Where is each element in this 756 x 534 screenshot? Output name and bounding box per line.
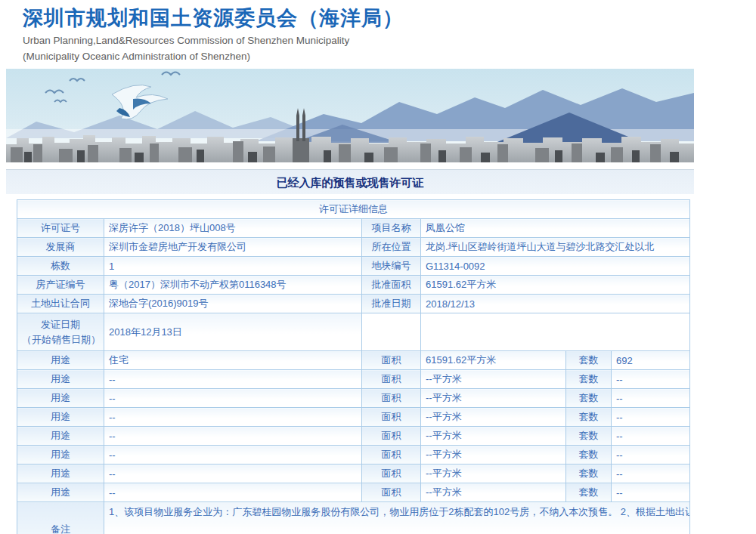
units-label: 套数 [566,427,612,446]
units-label: 套数 [566,483,612,502]
field-label-permit-no: 许可证号 [17,219,104,238]
usage-value: -- [104,370,362,389]
field-label-issue-date: 发证日期 （开始销售日期） [17,313,104,351]
field-value-approval-date: 2018/12/13 [421,295,690,313]
usage-value: -- [104,483,362,502]
field-value-property-cert-no: 粤（2017）深圳市不动产权第0116348号 [104,276,362,295]
usage-row: 用途 住宅 面积 61591.62平方米 套数 692 [17,351,690,370]
area-label: 面积 [362,408,421,427]
usage-row: 用途 -- 面积 --平方米 套数 -- [17,483,690,502]
area-label: 面积 [362,370,421,389]
usage-label: 用途 [17,446,104,465]
site-subtitle-en-1: Urban Planning,Land&Resources Commission… [23,32,694,48]
area-value: --平方米 [421,446,566,465]
area-value: --平方米 [421,427,566,446]
usage-value: -- [104,446,362,465]
field-value-building-count: 1 [104,257,362,276]
table-title: 许可证详细信息 [17,200,690,219]
field-label-building-count: 栋数 [17,257,104,276]
remark-row: 备注 1、该项目物业服务企业为：广东碧桂园物业服务股份有限公司，物业用房位于2栋… [17,502,690,534]
usage-label: 用途 [17,351,104,370]
area-value: --平方米 [421,370,566,389]
usage-label: 用途 [17,427,104,446]
units-label: 套数 [566,446,612,465]
table-row: 房产证编号 粤（2017）深圳市不动产权第0116348号 批准面积 61591… [17,276,690,295]
field-value-parcel-no: G11314-0092 [421,257,690,276]
units-label: 套数 [566,370,612,389]
field-label-approved-area: 批准面积 [362,276,421,295]
units-value: -- [612,446,690,465]
field-label-approval-date: 批准日期 [362,295,421,313]
usage-row: 用途 -- 面积 --平方米 套数 -- [17,446,690,465]
field-value-permit-no: 深房许字（2018）坪山008号 [104,219,362,238]
usage-label: 用途 [17,389,104,408]
usage-value: 住宅 [104,351,362,370]
empty-cell [421,313,690,351]
issue-date-label-line2: （开始销售日期） [22,332,99,347]
area-label: 面积 [362,465,421,483]
units-label: 套数 [566,465,612,483]
usage-value: -- [104,427,362,446]
units-label: 套数 [566,351,612,370]
usage-label: 用途 [17,370,104,389]
field-value-location: 龙岗.坪山区碧岭街道坪山大道与碧沙北路交汇处以北 [421,238,690,257]
site-subtitle-en-2: (Municipality Oceanic Administration of … [23,48,694,64]
field-value-project-name: 凤凰公馆 [421,219,690,238]
usage-row: 用途 -- 面积 --平方米 套数 -- [17,389,690,408]
table-row: 许可证号 深房许字（2018）坪山008号 项目名称 凤凰公馆 [17,219,690,238]
field-label-developer: 发展商 [17,238,104,257]
issue-date-label-line1: 发证日期 [22,317,99,332]
area-value: 61591.62平方米 [421,351,566,370]
city-skyline-banner-image [6,69,694,162]
permit-detail-table: 许可证详细信息 许可证号 深房许字（2018）坪山008号 项目名称 凤凰公馆 … [17,199,690,534]
field-value-land-contract: 深地合字(2016)9019号 [104,295,362,313]
units-label: 套数 [566,408,612,427]
area-value: --平方米 [421,483,566,502]
usage-label: 用途 [17,465,104,483]
field-label-project-name: 项目名称 [362,219,421,238]
usage-label: 用途 [17,483,104,502]
units-value: -- [612,427,690,446]
field-value-approved-area: 61591.62平方米 [421,276,690,295]
usage-row: 用途 -- 面积 --平方米 套数 -- [17,465,690,483]
area-label: 面积 [362,427,421,446]
usage-row: 用途 -- 面积 --平方米 套数 -- [17,370,690,389]
units-value: -- [612,465,690,483]
usage-value: -- [104,389,362,408]
site-title: 深圳市规划和国土资源委员会（海洋局） [23,6,694,30]
units-label: 套数 [566,389,612,408]
empty-cell [362,313,421,351]
area-label: 面积 [362,483,421,502]
units-value: -- [612,408,690,427]
units-value: 692 [612,351,690,370]
site-header: 深圳市规划和国土资源委员会（海洋局） Urban Planning,Land&R… [6,0,694,64]
usage-row: 用途 -- 面积 --平方米 套数 -- [17,427,690,446]
page: 深圳市规划和国土资源委员会（海洋局） Urban Planning,Land&R… [0,0,756,534]
field-label-location: 所在位置 [362,238,421,257]
field-label-land-contract: 土地出让合同 [17,295,104,313]
area-label: 面积 [362,446,421,465]
remark-label: 备注 [17,502,104,534]
table-row: 栋数 1 地块编号 G11314-0092 [17,257,690,276]
usage-value: -- [104,408,362,427]
area-label: 面积 [362,351,421,370]
section-band: 已经入库的预售或现售许可证 [6,169,694,194]
table-row: 发展商 深圳市金碧房地产开发有限公司 所在位置 龙岗.坪山区碧岭街道坪山大道与碧… [17,238,690,257]
field-label-parcel-no: 地块编号 [362,257,421,276]
table-title-row: 许可证详细信息 [17,200,690,219]
field-label-property-cert-no: 房产证编号 [17,276,104,295]
usage-row: 用途 -- 面积 --平方米 套数 -- [17,408,690,427]
area-label: 面积 [362,389,421,408]
usage-label: 用途 [17,408,104,427]
table-row: 土地出让合同 深地合字(2016)9019号 批准日期 2018/12/13 [17,295,690,313]
units-value: -- [612,370,690,389]
area-value: --平方米 [421,465,566,483]
field-value-developer: 深圳市金碧房地产开发有限公司 [104,238,362,257]
section-title: 已经入库的预售或现售许可证 [277,176,424,189]
remark-text: 1、该项目物业服务企业为：广东碧桂园物业服务股份有限公司，物业用房位于2栋配套的… [104,502,690,534]
usage-value: -- [104,465,362,483]
area-value: --平方米 [421,389,566,408]
table-row-issue-date: 发证日期 （开始销售日期） 2018年12月13日 [17,313,690,351]
area-value: --平方米 [421,408,566,427]
field-value-issue-date: 2018年12月13日 [104,313,362,351]
